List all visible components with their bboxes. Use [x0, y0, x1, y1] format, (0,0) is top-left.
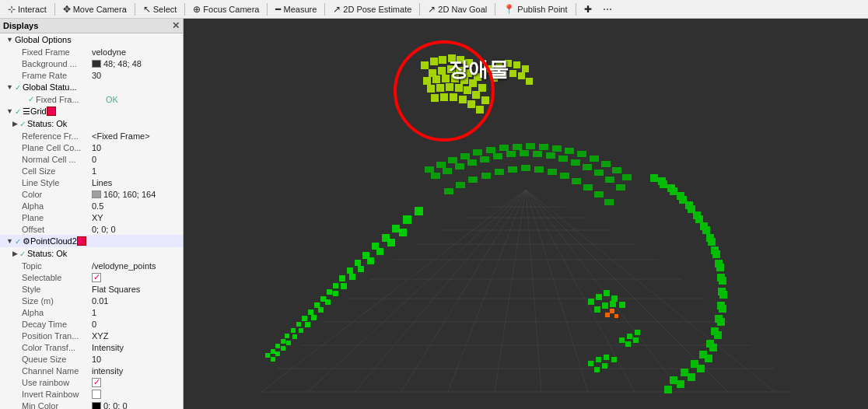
position-label: Position Tran... [22, 331, 92, 341]
svg-rect-193 [588, 299, 594, 305]
toolbar-2d-nav[interactable]: ↗ 2D Nav Goal [423, 2, 492, 16]
toolbar-move-camera[interactable]: ✥ Move Camera [58, 2, 131, 16]
fixed-frame-value[interactable]: velodyne [92, 47, 126, 57]
sidebar-item-grid-status[interactable]: ▶ ✓ Status: Ok [0, 117, 183, 130]
pc2-alpha-value[interactable]: 1 [92, 308, 96, 317]
svg-rect-113 [539, 144, 548, 150]
svg-rect-90 [700, 222, 708, 230]
sidebar-item-pointcloud2-status[interactable]: ▶ ✓ Status: Ok [0, 247, 183, 260]
svg-rect-56 [333, 291, 338, 296]
svg-rect-204 [625, 341, 631, 347]
toolbar-focus-camera[interactable]: ⊕ Focus Camera [188, 2, 264, 16]
svg-rect-200 [610, 301, 616, 307]
fixed-frame-status-label: Fixed Fra... [36, 95, 106, 104]
background-value[interactable]: 48; 48; 48 [103, 59, 142, 68]
toolbar-interact[interactable]: ⊹ Interact [3, 2, 51, 16]
svg-rect-48 [281, 346, 285, 351]
toolbar-2d-pose[interactable]: ↗ 2D Pose Estimate [328, 2, 416, 16]
svg-rect-183 [487, 65, 494, 72]
use-rainbow-checkbox[interactable] [92, 378, 101, 387]
viewport[interactable]: 장애물 [184, 19, 868, 409]
svg-rect-128 [520, 150, 529, 156]
2d-pose-label: 2D Pose Estimate [343, 5, 411, 14]
toolbar-add[interactable]: ✚ [579, 2, 597, 16]
svg-rect-49 [286, 341, 291, 345]
svg-rect-95 [718, 288, 726, 295]
sidebar-header: Displays ✕ [0, 19, 183, 33]
normal-cell-value[interactable]: 0 [92, 155, 96, 164]
svg-rect-170 [427, 85, 435, 93]
plane-value[interactable]: XY [92, 213, 103, 222]
svg-rect-0 [184, 19, 868, 409]
grid-checkbox[interactable] [47, 107, 56, 116]
svg-rect-178 [440, 93, 448, 101]
sidebar-item-global-options[interactable]: ▼ Global Options [0, 33, 183, 46]
style-value[interactable]: Flat Squares [92, 285, 140, 294]
toolbar-more[interactable]: ⋯ [598, 2, 617, 16]
global-status-check: ✓ [15, 83, 21, 92]
cell-size-value[interactable]: 1 [92, 166, 96, 176]
svg-rect-180 [459, 96, 467, 103]
svg-rect-102 [681, 369, 688, 376]
toolbar-publish-point[interactable]: 📍 Publish Point [499, 2, 572, 16]
sidebar-item-global-status[interactable]: ▼ ✓ Global Statu... [0, 81, 183, 93]
toolbar-measure[interactable]: ━ Measure [271, 2, 321, 16]
svg-rect-155 [457, 56, 464, 64]
svg-rect-198 [594, 306, 600, 313]
sidebar-close-button[interactable]: ✕ [172, 20, 180, 31]
svg-rect-84 [664, 386, 672, 393]
queue-size-value[interactable]: 10 [92, 355, 101, 364]
select-icon: ↖ [143, 4, 151, 15]
plane-cell-value[interactable]: 10 [92, 143, 101, 152]
toolbar-select[interactable]: ↖ Select [138, 2, 182, 16]
svg-rect-184 [495, 61, 502, 68]
svg-rect-28 [285, 334, 289, 338]
2d-nav-icon: ↗ [428, 4, 436, 15]
svg-rect-115 [565, 148, 574, 154]
svg-rect-64 [650, 174, 658, 182]
color-transform-value[interactable]: Intensity [92, 343, 124, 352]
frame-rate-value[interactable]: 30 [92, 71, 101, 80]
svg-rect-149 [594, 191, 604, 198]
prop-decay: Decay Time 0 [0, 318, 183, 330]
grid-status-check: ✓ [19, 120, 26, 128]
interact-label: Interact [18, 5, 47, 14]
svg-rect-134 [594, 170, 604, 176]
channel-name-label: Channel Name [22, 366, 92, 376]
grid-status-label: Status: Ok [27, 119, 67, 128]
offset-value[interactable]: 0; 0; 0 [92, 225, 116, 234]
line-style-value[interactable]: Lines [92, 178, 112, 187]
svg-rect-172 [446, 83, 453, 91]
min-color-swatch [92, 402, 101, 410]
sidebar-item-grid[interactable]: ▼ ✓ ☰ Grid [0, 105, 183, 117]
svg-rect-169 [478, 84, 486, 92]
min-color-label: Min Color [22, 401, 92, 410]
decay-value[interactable]: 0 [92, 320, 96, 329]
svg-rect-106 [448, 157, 457, 163]
grid-color-value[interactable]: 160; 160; 164 [103, 190, 156, 199]
svg-rect-59 [358, 266, 364, 272]
svg-rect-176 [481, 96, 489, 104]
svg-rect-165 [442, 75, 450, 82]
grid-alpha-value[interactable]: 0.5 [92, 201, 103, 211]
invert-rainbow-checkbox[interactable] [92, 390, 101, 399]
pointcloud2-checkbox[interactable] [77, 236, 86, 246]
grid-check: ✓ [15, 107, 21, 116]
min-color-value[interactable]: 0; 0; 0 [103, 401, 128, 410]
reference-frame-label: Reference Fr... [22, 131, 92, 141]
svg-rect-44 [403, 215, 411, 224]
svg-rect-206 [588, 361, 593, 366]
sidebar-item-pointcloud2[interactable]: ▼ ✓ ⚙ PointCloud2 [0, 235, 183, 247]
topic-value[interactable]: /velodyne_points [92, 261, 156, 271]
svg-rect-191 [518, 72, 525, 79]
size-value[interactable]: 0.01 [92, 296, 108, 306]
grid-alpha-label: Alpha [22, 201, 92, 211]
channel-name-value[interactable]: intensity [92, 366, 123, 376]
svg-rect-164 [432, 75, 440, 83]
reference-frame-value[interactable]: <Fixed Frame> [92, 131, 150, 141]
selectable-checkbox[interactable] [92, 273, 101, 282]
prop-use-rainbow: Use rainbow [0, 376, 183, 388]
prop-style: Style Flat Squares [0, 283, 183, 295]
prop-cell-size: Cell Size 1 [0, 165, 183, 177]
position-value[interactable]: XYZ [92, 331, 108, 341]
